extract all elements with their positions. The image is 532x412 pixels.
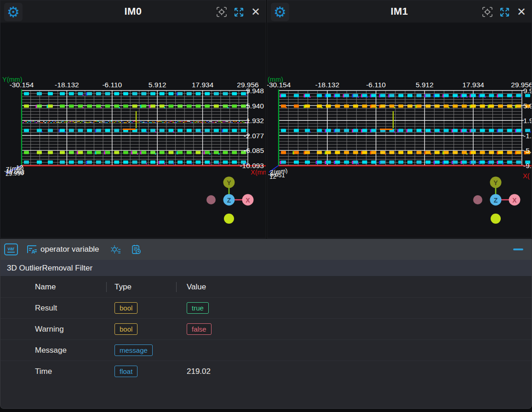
row-name: Message [35,346,114,355]
column-divider [106,282,107,292]
gizmo-y-label: Y [493,179,498,186]
type-badge: message [114,344,153,356]
y-tick-label: -1.99 [523,132,532,140]
column-header-value: Value [187,282,532,292]
maximize-button[interactable] [499,6,510,17]
y-tick-label: 9.94 [523,87,532,95]
z-axis-overlap-text: 12 [269,174,276,180]
variable-panel: var A operator variable [0,239,532,409]
report-clock-icon [131,244,142,255]
gizmo-z-label: Z [227,197,231,204]
column-divider [176,282,177,292]
gizmo-x-label: X [246,197,250,204]
x-tick-label: -6.110 [366,81,386,89]
operator-variable-button[interactable]: A [26,244,38,254]
y-tick-label: 1.98 [523,117,532,124]
report-clock-button[interactable] [131,244,142,255]
panel-im0: -30.154-18.132-6.1105.91217.93429.9569.9… [0,0,266,238]
value-badge: false [187,323,212,335]
gizmo-axis-negx[interactable] [206,195,216,204]
value-badge: true [187,302,209,314]
y-tick-label: 5.940 [246,102,264,110]
table-row[interactable]: Resultbooltrue [0,297,532,318]
row-name: Warning [35,325,114,334]
maximize-icon [234,7,244,17]
fit-view-button[interactable] [216,6,227,17]
settings-gear-button[interactable]: ⚙ [4,3,23,21]
x-tick-label: 5.912 [416,81,434,89]
toolbar-label: operator variable [40,245,99,254]
panel-im1-header: ⚙ IM1 [267,0,532,23]
gear-icon: ⚙ [274,5,286,19]
z-axis-overlap-text: 12 [16,164,23,170]
close-button[interactable]: ✕ [516,6,527,17]
y-tick-label: -6.085 [244,147,264,154]
z-axis-overlap-text: 29.956 [6,170,24,177]
table-row[interactable]: Messagemessage [0,339,532,361]
fit-view-icon [482,6,493,17]
type-badge: bool [114,323,137,335]
config-gear-icon [109,244,121,255]
var-badge-button[interactable]: var [4,243,18,255]
column-header-name: Name [35,282,114,292]
settings-gear-button[interactable]: ⚙ [271,3,289,21]
type-badge: bool [114,302,137,314]
operator-variable-icon: A [26,244,38,254]
y-tick-label: -9.95 [523,162,532,169]
table-row[interactable]: Warningboolfalse [0,318,532,339]
svg-text:A: A [32,249,35,254]
x-tick-label: 5.912 [149,81,166,89]
maximize-icon [499,7,510,17]
y-tick-label: -2.077 [244,132,264,140]
gizmo-axis-negy[interactable] [224,214,234,224]
close-icon: ✕ [251,6,260,17]
gizmo-x-label: X [512,197,517,204]
type-badge: float [114,366,137,378]
value-text: 219.02 [187,367,211,376]
x-tick-label: -6.110 [102,81,122,89]
x-tick-label: -18.132 [55,81,79,89]
collapse-panel-button[interactable] [513,248,523,250]
viewer-area: -30.154-18.132-6.1105.91217.93429.9569.9… [0,0,532,238]
gear-icon: ⚙ [7,5,20,19]
row-name: Time [35,367,114,376]
table-header: Name Type Value [0,277,532,297]
orientation-gizmo[interactable]: Y Z X [202,174,258,226]
row-name: Result [35,304,114,313]
table-row[interactable]: Timefloat219.02 [0,361,532,382]
y-tick-label: 1.932 [246,117,264,124]
gizmo-axis-negy[interactable] [491,214,501,224]
gizmo-z-label: Z [494,197,498,204]
fit-view-button[interactable] [482,6,493,17]
close-icon: ✕ [517,6,526,17]
y-tick-label: -5.97 [523,147,532,154]
y-axis-label: (mm) [268,76,283,83]
variable-toolbar: var A operator variable [0,239,532,260]
x-tick-label: 17.934 [462,81,484,89]
results-rows: ResultbooltrueWarningboolfalseMessagemes… [0,297,532,382]
x-tick-label: 17.934 [192,81,214,89]
gizmo-axis-negx[interactable] [473,195,482,204]
close-button[interactable]: ✕ [250,6,261,17]
results-title: 3D OutlierRemoval Filter [7,264,92,273]
gizmo-y-label: Y [227,179,231,186]
fit-view-icon [216,6,227,17]
x-tick-label: -18.132 [315,81,340,89]
var-badge-label: var [7,247,14,251]
y-axis-label: Y(mm) [2,76,23,83]
maximize-button[interactable] [233,6,244,17]
panel-im1: -30.154-18.132-6.1105.91217.93429.9569.9… [267,0,532,238]
orientation-gizmo[interactable]: Y Z X [469,174,525,226]
y-tick-label: 5.96 [523,102,532,110]
y-tick-label: 9.948 [246,87,264,95]
config-gear-button[interactable] [109,244,121,255]
panel-im0-header: ⚙ IM0 [0,0,266,23]
results-title-band: 3D OutlierRemoval Filter [0,260,532,277]
